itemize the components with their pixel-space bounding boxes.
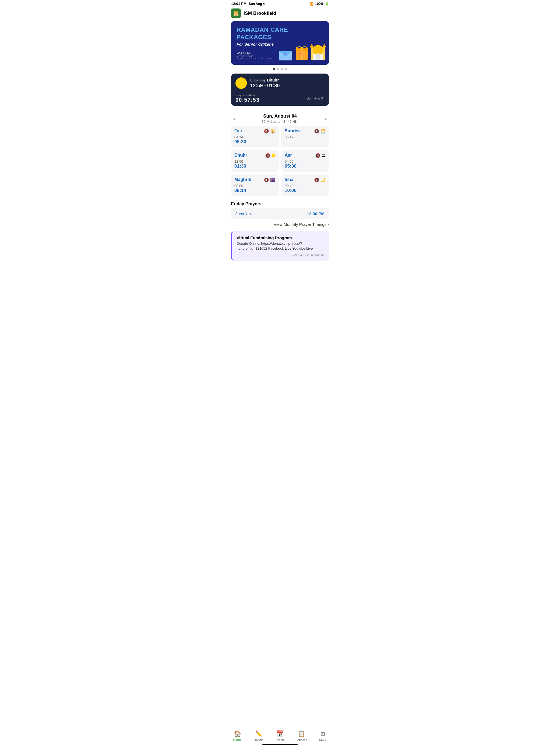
view-monthly-text: View Monthly Prayer Timings [274, 222, 327, 227]
maghrib-adhan: 08:09 [234, 184, 275, 188]
sunrise-name: Sunrise [285, 129, 301, 133]
app-title: ISM Brookfield [244, 11, 276, 16]
jumuah-row: Jumu'ah 12:30 PM [231, 208, 329, 219]
event-card[interactable]: Virtual Fundraising Program Donate Onlin… [231, 231, 329, 261]
dhuhr-type-icon [272, 154, 275, 157]
friday-prayers-title: Friday Prayers [227, 199, 333, 208]
dot-3[interactable] [281, 68, 283, 70]
fajr-icons: 🔇 🕌 [264, 129, 275, 134]
view-monthly-chevron-icon: › [328, 222, 329, 227]
date-next-button[interactable]: › [323, 113, 329, 124]
event-description: Donate Online: https://donate.chip-in.us… [236, 241, 325, 251]
jumuah-label: Jumu'ah [235, 211, 251, 216]
dot-2[interactable] [277, 68, 279, 70]
upcoming-label: Upcoming Dhuhr [250, 78, 325, 82]
asr-icons: 🔇 🌤 [315, 153, 326, 158]
nav-home[interactable]: 🏠 Home [229, 730, 246, 742]
date-navigation: ‹ Sun, August 04 29 Muharram 1446 Hijri … [227, 110, 333, 126]
fajr-name: Fajr [234, 129, 242, 133]
fajr-iqama: 05:30 [234, 139, 275, 145]
battery-percentage: 100% [315, 2, 324, 6]
jumuah-time: 12:30 PM [307, 211, 325, 216]
date-prev-button[interactable]: ‹ [231, 113, 237, 124]
banner-container: RAMADAN CARE PACKAGES For Senior Citizen… [227, 21, 333, 65]
donate-label: Donate [254, 738, 263, 742]
app-logo: 🕌 [231, 8, 241, 18]
banner-subtitle: For Senior Citizens [236, 42, 324, 47]
events-icon: 📅 [276, 730, 284, 738]
event-card-content: Virtual Fundraising Program Donate Onlin… [232, 231, 329, 261]
prayer-row-1: Fajr 🔇 🕌 04:14 05:30 Sunrise 🔇 🌅 [231, 126, 329, 147]
prayer-cell-fajr: Fajr 🔇 🕌 04:14 05:30 [231, 126, 279, 147]
event-title: Virtual Fundraising Program [236, 235, 325, 240]
prayer-time-range: 12:59 - 01:30 [250, 83, 325, 88]
app-header: 🕌 ISM Brookfield [227, 7, 333, 21]
isha-icons: 🔇 🌙 [314, 177, 326, 182]
noor-tagline: INNOVATE · EDUCATE · MOTIVATE [236, 58, 324, 60]
dhuhr-icons: 🔇 [265, 153, 275, 158]
noor-logo-arabic: نوريوث [236, 50, 324, 54]
fajr-type-icon: 🕌 [270, 129, 275, 134]
home-icon: 🏠 [234, 730, 241, 738]
nav-services[interactable]: 📋 Services [293, 730, 309, 742]
nav-events[interactable]: 📅 Events [272, 730, 288, 742]
countdown-timer: 00:57:53 [235, 97, 259, 103]
battery-icon: 🔋 [325, 2, 329, 6]
isha-name: Isha [285, 177, 294, 182]
date-main: Sun, August 04 [261, 113, 299, 119]
sunrise-sound-icon[interactable]: 🔇 [314, 129, 320, 134]
prayer-cell-dhuhr: Dhuhr 🔇 12:59 01:30 [231, 150, 279, 172]
banner[interactable]: RAMADAN CARE PACKAGES For Senior Citizen… [231, 21, 329, 65]
fajr-sound-icon[interactable]: 🔇 [264, 129, 269, 134]
dot-1[interactable] [273, 68, 275, 70]
prayer-cell-sunrise: Sunrise 🔇 🌅 05:47 [281, 126, 329, 147]
sunrise-iqama [285, 139, 326, 145]
prayer-cell-isha: Isha 🔇 🌙 09:42 10:00 [281, 175, 329, 196]
isha-iqama: 10:00 [285, 188, 326, 193]
asr-type-icon: 🌤 [322, 153, 326, 158]
sunrise-icons: 🔇 🌅 [314, 129, 326, 134]
maghrib-type-icon: 🌆 [270, 177, 275, 182]
sunrise-type-icon: 🌅 [321, 129, 326, 134]
status-date: Sun Aug 4 [249, 2, 265, 6]
svg-rect-17 [323, 47, 325, 60]
prayer-info: Upcoming Dhuhr 12:59 - 01:30 [250, 78, 325, 88]
asr-adhan: 04:55 [285, 159, 326, 163]
noor-logo-text: NOOR YOUTH [236, 55, 324, 58]
prayer-times-grid: Fajr 🔇 🕌 04:14 05:30 Sunrise 🔇 🌅 [231, 126, 329, 196]
nav-donate[interactable]: ✏️ Donate [251, 730, 267, 742]
sun-icon [235, 77, 247, 89]
home-label: Home [233, 738, 242, 742]
prayer-card-date: Sun, Aug 04 [307, 97, 325, 100]
prayer-cell-maghrib: Maghrib 🔇 🌆 08:09 08:14 [231, 175, 279, 196]
maghrib-sound-icon[interactable]: 🔇 [264, 177, 269, 182]
prayer-countdown-row: Prayer starts in 00:57:53 Sun, Aug 04 [235, 91, 325, 103]
main-content: RAMADAN CARE PACKAGES For Senior Citizen… [227, 21, 333, 291]
events-label: Events [275, 738, 285, 742]
banner-dots [227, 68, 333, 70]
status-time: 12:01 PM [231, 2, 246, 6]
maghrib-name: Maghrib [234, 177, 251, 182]
dhuhr-adhan: 12:59 [234, 159, 275, 163]
isha-type-icon: 🌙 [321, 177, 326, 182]
home-indicator [262, 744, 298, 745]
nav-more[interactable]: ⊞ More [314, 730, 331, 741]
isha-adhan: 09:42 [285, 184, 326, 188]
banner-text-area: RAMADAN CARE PACKAGES For Senior Citizen… [236, 26, 324, 60]
view-monthly-button[interactable]: View Monthly Prayer Timings › [227, 219, 333, 229]
isha-sound-icon[interactable]: 🔇 [314, 177, 320, 182]
dot-4[interactable] [285, 68, 287, 70]
services-label: Services [296, 738, 307, 742]
banner-title: RAMADAN CARE PACKAGES [236, 26, 324, 41]
prayer-countdown-card: Upcoming Dhuhr 12:59 - 01:30 Prayer star… [231, 74, 329, 106]
upcoming-prayer-name: Dhuhr [267, 78, 279, 82]
asr-sound-icon[interactable]: 🔇 [315, 153, 321, 158]
date-center: Sun, August 04 29 Muharram 1446 Hijri [261, 113, 299, 124]
dhuhr-sound-icon[interactable]: 🔇 [265, 153, 271, 158]
services-icon: 📋 [298, 730, 305, 738]
asr-iqama: 05:30 [285, 163, 326, 169]
wifi-icon: 📶 [309, 2, 314, 6]
starts-in-label: Prayer starts in [235, 94, 259, 97]
logo-emoji: 🕌 [233, 10, 239, 17]
maghrib-iqama: 08:14 [234, 188, 275, 193]
